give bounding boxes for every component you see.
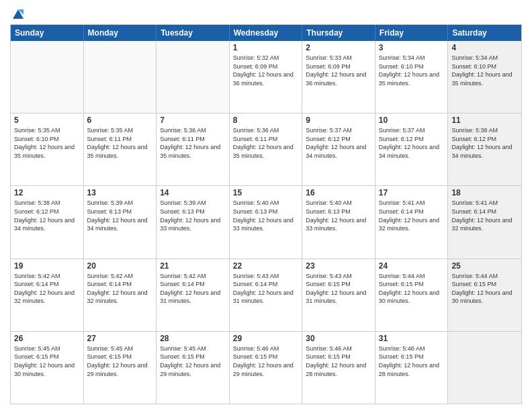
day-info: Sunrise: 5:33 AM Sunset: 6:09 PM Dayligh… [306,54,371,87]
calendar-cell: 23Sunrise: 5:43 AM Sunset: 6:15 PM Dayli… [302,259,375,331]
calendar-cell [84,41,157,113]
calendar-cell: 31Sunrise: 5:46 AM Sunset: 6:15 PM Dayli… [375,332,449,404]
day-number: 21 [160,261,226,271]
calendar-cell: 24Sunrise: 5:44 AM Sunset: 6:15 PM Dayli… [375,259,449,331]
header [10,7,522,19]
day-info: Sunrise: 5:38 AM Sunset: 6:12 PM Dayligh… [14,199,80,232]
day-number: 27 [87,334,153,343]
day-number: 4 [451,43,518,52]
calendar-cell: 18Sunrise: 5:41 AM Sunset: 6:14 PM Dayli… [448,186,521,258]
day-number: 10 [379,116,445,125]
day-number: 23 [306,261,371,271]
day-number: 24 [379,261,445,271]
calendar-cell: 13Sunrise: 5:39 AM Sunset: 6:13 PM Dayli… [84,186,157,258]
calendar-cell: 12Sunrise: 5:38 AM Sunset: 6:12 PM Dayli… [11,186,84,258]
day-number: 26 [14,334,80,343]
day-number: 17 [379,188,445,197]
day-info: Sunrise: 5:45 AM Sunset: 6:15 PM Dayligh… [160,345,226,378]
calendar-cell: 21Sunrise: 5:42 AM Sunset: 6:14 PM Dayli… [157,259,230,331]
day-number: 29 [233,334,299,343]
header-cell-wednesday: Wednesday [230,25,303,41]
calendar-cell: 1Sunrise: 5:32 AM Sunset: 6:09 PM Daylig… [230,41,303,113]
calendar-header: SundayMondayTuesdayWednesdayThursdayFrid… [11,25,521,41]
day-info: Sunrise: 5:42 AM Sunset: 6:14 PM Dayligh… [160,272,226,306]
calendar-cell: 17Sunrise: 5:41 AM Sunset: 6:14 PM Dayli… [375,186,449,258]
day-number: 19 [14,261,80,271]
calendar-cell: 10Sunrise: 5:37 AM Sunset: 6:12 PM Dayli… [375,113,449,185]
calendar-cell: 11Sunrise: 5:38 AM Sunset: 6:12 PM Dayli… [448,113,521,185]
day-number: 8 [233,116,299,125]
day-info: Sunrise: 5:34 AM Sunset: 6:10 PM Dayligh… [379,54,445,87]
calendar-row-3: 19Sunrise: 5:42 AM Sunset: 6:14 PM Dayli… [11,259,521,331]
calendar-cell: 2Sunrise: 5:33 AM Sunset: 6:09 PM Daylig… [302,41,375,113]
header-cell-thursday: Thursday [302,25,375,41]
day-number: 9 [306,116,371,125]
day-number: 18 [451,188,518,197]
calendar-body: 1Sunrise: 5:32 AM Sunset: 6:09 PM Daylig… [11,41,521,404]
day-number: 5 [14,116,80,125]
calendar-cell: 27Sunrise: 5:45 AM Sunset: 6:15 PM Dayli… [84,332,157,404]
logo [10,7,25,19]
day-number: 12 [14,188,80,197]
day-info: Sunrise: 5:44 AM Sunset: 6:15 PM Dayligh… [379,272,445,306]
calendar-row-4: 26Sunrise: 5:45 AM Sunset: 6:15 PM Dayli… [11,331,521,404]
day-number: 22 [233,261,299,271]
calendar-row-0: 1Sunrise: 5:32 AM Sunset: 6:09 PM Daylig… [11,41,521,113]
day-number: 6 [87,116,153,125]
calendar: SundayMondayTuesdayWednesdayThursdayFrid… [10,24,522,404]
day-info: Sunrise: 5:37 AM Sunset: 6:12 PM Dayligh… [379,126,445,160]
calendar-cell: 14Sunrise: 5:39 AM Sunset: 6:13 PM Dayli… [157,186,230,258]
calendar-cell: 4Sunrise: 5:34 AM Sunset: 6:10 PM Daylig… [448,41,521,113]
calendar-cell: 8Sunrise: 5:36 AM Sunset: 6:11 PM Daylig… [230,113,303,185]
day-number: 2 [306,43,371,52]
calendar-cell: 28Sunrise: 5:45 AM Sunset: 6:15 PM Dayli… [157,332,230,404]
day-number: 3 [379,43,445,52]
day-info: Sunrise: 5:40 AM Sunset: 6:13 PM Dayligh… [233,199,299,232]
header-cell-friday: Friday [375,25,449,41]
calendar-cell: 3Sunrise: 5:34 AM Sunset: 6:10 PM Daylig… [375,41,449,113]
day-info: Sunrise: 5:32 AM Sunset: 6:09 PM Dayligh… [233,54,299,87]
calendar-cell: 29Sunrise: 5:46 AM Sunset: 6:15 PM Dayli… [230,332,303,404]
day-info: Sunrise: 5:35 AM Sunset: 6:11 PM Dayligh… [87,126,153,160]
day-number: 14 [160,188,226,197]
calendar-cell: 19Sunrise: 5:42 AM Sunset: 6:14 PM Dayli… [11,259,84,331]
day-number: 28 [160,334,226,343]
day-info: Sunrise: 5:38 AM Sunset: 6:12 PM Dayligh… [451,126,518,160]
header-cell-sunday: Sunday [11,25,84,41]
day-info: Sunrise: 5:37 AM Sunset: 6:12 PM Dayligh… [306,126,371,160]
day-number: 31 [379,334,445,343]
day-info: Sunrise: 5:45 AM Sunset: 6:15 PM Dayligh… [14,345,80,378]
calendar-cell: 16Sunrise: 5:40 AM Sunset: 6:13 PM Dayli… [302,186,375,258]
day-info: Sunrise: 5:36 AM Sunset: 6:11 PM Dayligh… [160,126,226,160]
calendar-cell: 6Sunrise: 5:35 AM Sunset: 6:11 PM Daylig… [84,113,157,185]
day-info: Sunrise: 5:36 AM Sunset: 6:11 PM Dayligh… [233,126,299,160]
day-info: Sunrise: 5:39 AM Sunset: 6:13 PM Dayligh… [160,199,226,232]
calendar-cell [448,332,521,404]
calendar-row-1: 5Sunrise: 5:35 AM Sunset: 6:10 PM Daylig… [11,113,521,185]
day-info: Sunrise: 5:42 AM Sunset: 6:14 PM Dayligh… [14,272,80,306]
calendar-cell: 7Sunrise: 5:36 AM Sunset: 6:11 PM Daylig… [157,113,230,185]
day-info: Sunrise: 5:45 AM Sunset: 6:15 PM Dayligh… [87,345,153,378]
day-info: Sunrise: 5:39 AM Sunset: 6:13 PM Dayligh… [87,199,153,232]
day-info: Sunrise: 5:41 AM Sunset: 6:14 PM Dayligh… [379,199,445,232]
day-info: Sunrise: 5:42 AM Sunset: 6:14 PM Dayligh… [87,272,153,306]
calendar-cell: 9Sunrise: 5:37 AM Sunset: 6:12 PM Daylig… [302,113,375,185]
calendar-cell: 5Sunrise: 5:35 AM Sunset: 6:10 PM Daylig… [11,113,84,185]
day-number: 7 [160,116,226,125]
calendar-cell: 30Sunrise: 5:46 AM Sunset: 6:15 PM Dayli… [302,332,375,404]
calendar-row-2: 12Sunrise: 5:38 AM Sunset: 6:12 PM Dayli… [11,185,521,258]
day-number: 11 [451,116,518,125]
day-number: 1 [233,43,299,52]
day-info: Sunrise: 5:43 AM Sunset: 6:15 PM Dayligh… [306,272,371,306]
header-cell-tuesday: Tuesday [157,25,230,41]
day-info: Sunrise: 5:34 AM Sunset: 6:10 PM Dayligh… [451,54,518,87]
calendar-cell: 15Sunrise: 5:40 AM Sunset: 6:13 PM Dayli… [230,186,303,258]
day-info: Sunrise: 5:46 AM Sunset: 6:15 PM Dayligh… [233,345,299,378]
day-number: 20 [87,261,153,271]
logo-icon [11,7,25,20]
calendar-cell: 26Sunrise: 5:45 AM Sunset: 6:15 PM Dayli… [11,332,84,404]
day-info: Sunrise: 5:46 AM Sunset: 6:15 PM Dayligh… [306,345,371,378]
day-number: 13 [87,188,153,197]
day-number: 25 [451,261,518,271]
page: SundayMondayTuesdayWednesdayThursdayFrid… [0,0,532,411]
